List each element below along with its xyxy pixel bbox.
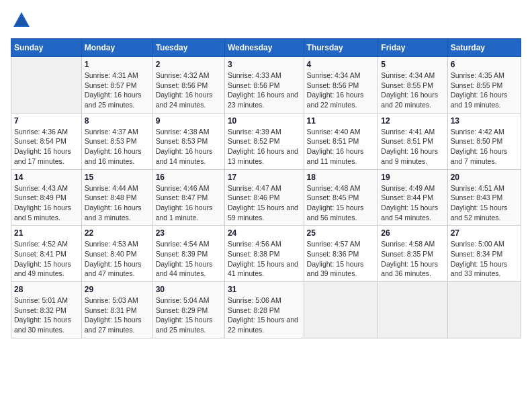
day-info: Sunrise: 5:04 AM Sunset: 8:29 PM Dayligh… xyxy=(156,295,222,335)
calendar-week-row: 21Sunrise: 4:52 AM Sunset: 8:41 PM Dayli… xyxy=(11,226,521,282)
calendar-cell: 6Sunrise: 4:35 AM Sunset: 8:55 PM Daylig… xyxy=(447,57,521,113)
day-info: Sunrise: 4:46 AM Sunset: 8:47 PM Dayligh… xyxy=(156,183,222,223)
weekday-header: Wednesday xyxy=(224,39,304,57)
day-number: 25 xyxy=(307,228,375,238)
day-info: Sunrise: 4:41 AM Sunset: 8:51 PM Dayligh… xyxy=(381,127,444,167)
day-number: 31 xyxy=(228,285,301,294)
day-number: 13 xyxy=(451,116,518,126)
calendar-cell: 27Sunrise: 5:00 AM Sunset: 8:34 PM Dayli… xyxy=(447,226,521,282)
calendar-cell: 17Sunrise: 4:47 AM Sunset: 8:46 PM Dayli… xyxy=(224,169,304,226)
calendar-cell: 31Sunrise: 5:06 AM Sunset: 8:28 PM Dayli… xyxy=(224,282,304,338)
calendar-cell: 10Sunrise: 4:39 AM Sunset: 8:52 PM Dayli… xyxy=(224,113,304,169)
day-info: Sunrise: 4:38 AM Sunset: 8:53 PM Dayligh… xyxy=(156,127,222,167)
day-info: Sunrise: 4:36 AM Sunset: 8:54 PM Dayligh… xyxy=(14,127,79,167)
calendar-cell: 24Sunrise: 4:56 AM Sunset: 8:38 PM Dayli… xyxy=(224,226,304,282)
day-number: 11 xyxy=(307,116,375,126)
day-number: 8 xyxy=(85,116,150,126)
day-info: Sunrise: 4:56 AM Sunset: 8:38 PM Dayligh… xyxy=(228,239,301,279)
calendar-cell xyxy=(447,282,521,338)
day-info: Sunrise: 4:34 AM Sunset: 8:56 PM Dayligh… xyxy=(307,71,375,110)
day-number: 7 xyxy=(14,116,79,126)
day-info: Sunrise: 5:01 AM Sunset: 8:32 PM Dayligh… xyxy=(14,295,79,335)
calendar-cell: 5Sunrise: 4:34 AM Sunset: 8:55 PM Daylig… xyxy=(378,57,447,113)
calendar-cell: 19Sunrise: 4:49 AM Sunset: 8:44 PM Dayli… xyxy=(378,169,447,226)
page-header xyxy=(11,11,521,33)
day-number: 12 xyxy=(381,116,444,126)
calendar-cell xyxy=(304,282,378,338)
day-number: 10 xyxy=(228,116,301,126)
calendar-cell: 30Sunrise: 5:04 AM Sunset: 8:29 PM Dayli… xyxy=(152,282,224,338)
day-info: Sunrise: 4:48 AM Sunset: 8:45 PM Dayligh… xyxy=(307,183,375,223)
day-number: 3 xyxy=(228,60,301,69)
day-number: 22 xyxy=(85,228,150,238)
day-info: Sunrise: 4:43 AM Sunset: 8:49 PM Dayligh… xyxy=(14,183,79,223)
day-info: Sunrise: 4:39 AM Sunset: 8:52 PM Dayligh… xyxy=(228,127,301,167)
calendar-cell xyxy=(11,57,82,113)
calendar-table: SundayMondayTuesdayWednesdayThursdayFrid… xyxy=(11,38,521,338)
weekday-header: Sunday xyxy=(11,39,82,57)
logo xyxy=(11,11,31,33)
day-info: Sunrise: 4:52 AM Sunset: 8:41 PM Dayligh… xyxy=(14,239,79,279)
calendar-week-row: 14Sunrise: 4:43 AM Sunset: 8:49 PM Dayli… xyxy=(11,169,521,226)
logo-icon xyxy=(12,11,31,30)
day-number: 23 xyxy=(156,228,222,238)
calendar-cell: 3Sunrise: 4:33 AM Sunset: 8:56 PM Daylig… xyxy=(224,57,304,113)
day-info: Sunrise: 4:34 AM Sunset: 8:55 PM Dayligh… xyxy=(381,71,444,110)
day-number: 16 xyxy=(156,173,222,182)
day-info: Sunrise: 5:00 AM Sunset: 8:34 PM Dayligh… xyxy=(451,239,518,279)
calendar-week-row: 1Sunrise: 4:31 AM Sunset: 8:57 PM Daylig… xyxy=(11,57,521,113)
day-number: 1 xyxy=(85,60,150,69)
day-info: Sunrise: 4:42 AM Sunset: 8:50 PM Dayligh… xyxy=(451,127,518,167)
calendar-cell: 12Sunrise: 4:41 AM Sunset: 8:51 PM Dayli… xyxy=(378,113,447,169)
day-info: Sunrise: 4:57 AM Sunset: 8:36 PM Dayligh… xyxy=(307,239,375,279)
day-number: 24 xyxy=(228,228,301,238)
day-number: 9 xyxy=(156,116,222,126)
day-info: Sunrise: 4:32 AM Sunset: 8:56 PM Dayligh… xyxy=(156,71,222,110)
day-number: 21 xyxy=(14,228,79,238)
day-info: Sunrise: 4:37 AM Sunset: 8:53 PM Dayligh… xyxy=(85,127,150,167)
calendar-cell: 18Sunrise: 4:48 AM Sunset: 8:45 PM Dayli… xyxy=(304,169,378,226)
calendar-cell: 14Sunrise: 4:43 AM Sunset: 8:49 PM Dayli… xyxy=(11,169,82,226)
calendar-cell xyxy=(378,282,447,338)
day-info: Sunrise: 5:03 AM Sunset: 8:31 PM Dayligh… xyxy=(85,295,150,335)
day-number: 17 xyxy=(228,173,301,182)
day-info: Sunrise: 4:51 AM Sunset: 8:43 PM Dayligh… xyxy=(451,183,518,223)
day-number: 26 xyxy=(381,228,444,238)
day-info: Sunrise: 4:33 AM Sunset: 8:56 PM Dayligh… xyxy=(228,71,301,110)
day-number: 20 xyxy=(451,173,518,182)
calendar-cell: 16Sunrise: 4:46 AM Sunset: 8:47 PM Dayli… xyxy=(152,169,224,226)
calendar-cell: 13Sunrise: 4:42 AM Sunset: 8:50 PM Dayli… xyxy=(447,113,521,169)
weekday-header: Tuesday xyxy=(152,39,224,57)
calendar-cell: 2Sunrise: 4:32 AM Sunset: 8:56 PM Daylig… xyxy=(152,57,224,113)
calendar-week-row: 28Sunrise: 5:01 AM Sunset: 8:32 PM Dayli… xyxy=(11,282,521,338)
svg-marker-1 xyxy=(15,15,28,26)
weekday-header-row: SundayMondayTuesdayWednesdayThursdayFrid… xyxy=(11,39,521,57)
day-number: 29 xyxy=(85,285,150,294)
calendar-cell: 20Sunrise: 4:51 AM Sunset: 8:43 PM Dayli… xyxy=(447,169,521,226)
calendar-cell: 4Sunrise: 4:34 AM Sunset: 8:56 PM Daylig… xyxy=(304,57,378,113)
weekday-header: Friday xyxy=(378,39,447,57)
day-info: Sunrise: 4:47 AM Sunset: 8:46 PM Dayligh… xyxy=(228,183,301,223)
calendar-cell: 21Sunrise: 4:52 AM Sunset: 8:41 PM Dayli… xyxy=(11,226,82,282)
day-info: Sunrise: 4:35 AM Sunset: 8:55 PM Dayligh… xyxy=(451,71,518,110)
day-number: 6 xyxy=(451,60,518,69)
day-number: 30 xyxy=(156,285,222,294)
calendar-cell: 1Sunrise: 4:31 AM Sunset: 8:57 PM Daylig… xyxy=(81,57,152,113)
day-number: 28 xyxy=(14,285,79,294)
day-info: Sunrise: 4:44 AM Sunset: 8:48 PM Dayligh… xyxy=(85,183,150,223)
calendar-cell: 8Sunrise: 4:37 AM Sunset: 8:53 PM Daylig… xyxy=(81,113,152,169)
day-info: Sunrise: 4:49 AM Sunset: 8:44 PM Dayligh… xyxy=(381,183,444,223)
calendar-cell: 28Sunrise: 5:01 AM Sunset: 8:32 PM Dayli… xyxy=(11,282,82,338)
calendar-cell: 15Sunrise: 4:44 AM Sunset: 8:48 PM Dayli… xyxy=(81,169,152,226)
day-info: Sunrise: 4:31 AM Sunset: 8:57 PM Dayligh… xyxy=(85,71,150,110)
weekday-header: Saturday xyxy=(447,39,521,57)
weekday-header: Thursday xyxy=(304,39,378,57)
calendar-cell: 9Sunrise: 4:38 AM Sunset: 8:53 PM Daylig… xyxy=(152,113,224,169)
calendar-cell: 22Sunrise: 4:53 AM Sunset: 8:40 PM Dayli… xyxy=(81,226,152,282)
day-info: Sunrise: 4:40 AM Sunset: 8:51 PM Dayligh… xyxy=(307,127,375,167)
calendar-cell: 29Sunrise: 5:03 AM Sunset: 8:31 PM Dayli… xyxy=(81,282,152,338)
day-number: 15 xyxy=(85,173,150,182)
calendar-week-row: 7Sunrise: 4:36 AM Sunset: 8:54 PM Daylig… xyxy=(11,113,521,169)
day-number: 5 xyxy=(381,60,444,69)
day-number: 2 xyxy=(156,60,222,69)
